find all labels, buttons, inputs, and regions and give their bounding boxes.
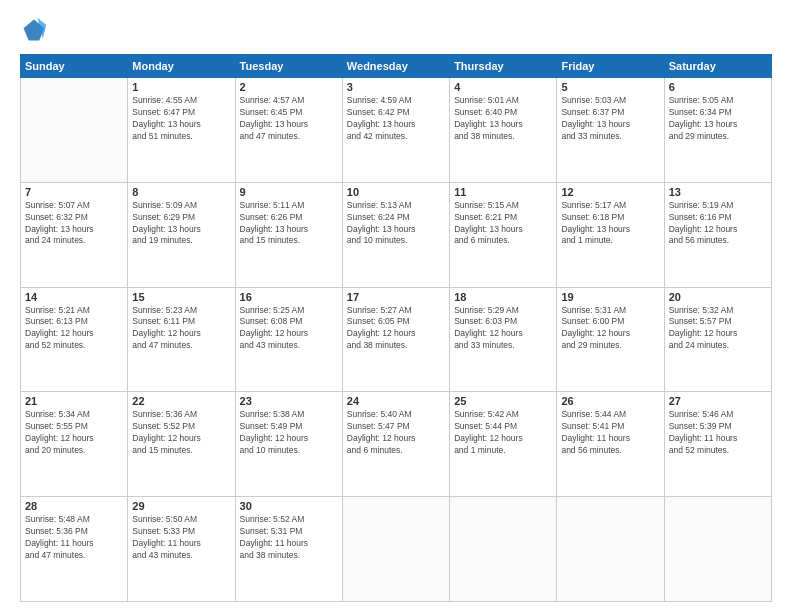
day-number: 11 bbox=[454, 186, 552, 198]
calendar-cell: 1Sunrise: 4:55 AM Sunset: 6:47 PM Daylig… bbox=[128, 78, 235, 183]
calendar-week-4: 21Sunrise: 5:34 AM Sunset: 5:55 PM Dayli… bbox=[21, 392, 772, 497]
day-info: Sunrise: 5:50 AM Sunset: 5:33 PM Dayligh… bbox=[132, 514, 230, 562]
calendar-cell: 2Sunrise: 4:57 AM Sunset: 6:45 PM Daylig… bbox=[235, 78, 342, 183]
day-info: Sunrise: 5:52 AM Sunset: 5:31 PM Dayligh… bbox=[240, 514, 338, 562]
calendar-cell: 22Sunrise: 5:36 AM Sunset: 5:52 PM Dayli… bbox=[128, 392, 235, 497]
day-number: 16 bbox=[240, 291, 338, 303]
calendar-cell: 24Sunrise: 5:40 AM Sunset: 5:47 PM Dayli… bbox=[342, 392, 449, 497]
day-info: Sunrise: 5:21 AM Sunset: 6:13 PM Dayligh… bbox=[25, 305, 123, 353]
calendar-cell: 21Sunrise: 5:34 AM Sunset: 5:55 PM Dayli… bbox=[21, 392, 128, 497]
day-info: Sunrise: 5:03 AM Sunset: 6:37 PM Dayligh… bbox=[561, 95, 659, 143]
day-number: 22 bbox=[132, 395, 230, 407]
day-number: 29 bbox=[132, 500, 230, 512]
day-info: Sunrise: 5:07 AM Sunset: 6:32 PM Dayligh… bbox=[25, 200, 123, 248]
calendar-cell: 11Sunrise: 5:15 AM Sunset: 6:21 PM Dayli… bbox=[450, 182, 557, 287]
day-number: 17 bbox=[347, 291, 445, 303]
calendar-cell: 18Sunrise: 5:29 AM Sunset: 6:03 PM Dayli… bbox=[450, 287, 557, 392]
calendar-cell: 29Sunrise: 5:50 AM Sunset: 5:33 PM Dayli… bbox=[128, 497, 235, 602]
day-number: 19 bbox=[561, 291, 659, 303]
day-number: 6 bbox=[669, 81, 767, 93]
calendar-cell bbox=[557, 497, 664, 602]
day-info: Sunrise: 5:23 AM Sunset: 6:11 PM Dayligh… bbox=[132, 305, 230, 353]
calendar-cell: 23Sunrise: 5:38 AM Sunset: 5:49 PM Dayli… bbox=[235, 392, 342, 497]
calendar-cell: 4Sunrise: 5:01 AM Sunset: 6:40 PM Daylig… bbox=[450, 78, 557, 183]
day-number: 2 bbox=[240, 81, 338, 93]
day-info: Sunrise: 4:59 AM Sunset: 6:42 PM Dayligh… bbox=[347, 95, 445, 143]
day-number: 7 bbox=[25, 186, 123, 198]
day-number: 26 bbox=[561, 395, 659, 407]
calendar-cell: 30Sunrise: 5:52 AM Sunset: 5:31 PM Dayli… bbox=[235, 497, 342, 602]
calendar-cell: 15Sunrise: 5:23 AM Sunset: 6:11 PM Dayli… bbox=[128, 287, 235, 392]
day-number: 18 bbox=[454, 291, 552, 303]
calendar-cell: 17Sunrise: 5:27 AM Sunset: 6:05 PM Dayli… bbox=[342, 287, 449, 392]
day-number: 13 bbox=[669, 186, 767, 198]
calendar-cell: 6Sunrise: 5:05 AM Sunset: 6:34 PM Daylig… bbox=[664, 78, 771, 183]
day-info: Sunrise: 5:17 AM Sunset: 6:18 PM Dayligh… bbox=[561, 200, 659, 248]
calendar-cell: 20Sunrise: 5:32 AM Sunset: 5:57 PM Dayli… bbox=[664, 287, 771, 392]
day-info: Sunrise: 5:38 AM Sunset: 5:49 PM Dayligh… bbox=[240, 409, 338, 457]
calendar-cell bbox=[664, 497, 771, 602]
calendar-cell: 13Sunrise: 5:19 AM Sunset: 6:16 PM Dayli… bbox=[664, 182, 771, 287]
calendar-cell: 28Sunrise: 5:48 AM Sunset: 5:36 PM Dayli… bbox=[21, 497, 128, 602]
day-number: 10 bbox=[347, 186, 445, 198]
day-number: 23 bbox=[240, 395, 338, 407]
day-number: 12 bbox=[561, 186, 659, 198]
calendar-cell: 9Sunrise: 5:11 AM Sunset: 6:26 PM Daylig… bbox=[235, 182, 342, 287]
day-number: 9 bbox=[240, 186, 338, 198]
calendar-week-1: 1Sunrise: 4:55 AM Sunset: 6:47 PM Daylig… bbox=[21, 78, 772, 183]
header-tuesday: Tuesday bbox=[235, 55, 342, 78]
day-number: 3 bbox=[347, 81, 445, 93]
calendar-cell: 25Sunrise: 5:42 AM Sunset: 5:44 PM Dayli… bbox=[450, 392, 557, 497]
weekday-header-row: Sunday Monday Tuesday Wednesday Thursday… bbox=[21, 55, 772, 78]
day-info: Sunrise: 5:36 AM Sunset: 5:52 PM Dayligh… bbox=[132, 409, 230, 457]
logo-icon bbox=[20, 16, 48, 44]
day-info: Sunrise: 5:42 AM Sunset: 5:44 PM Dayligh… bbox=[454, 409, 552, 457]
header-monday: Monday bbox=[128, 55, 235, 78]
day-info: Sunrise: 5:13 AM Sunset: 6:24 PM Dayligh… bbox=[347, 200, 445, 248]
calendar-cell: 8Sunrise: 5:09 AM Sunset: 6:29 PM Daylig… bbox=[128, 182, 235, 287]
day-info: Sunrise: 4:57 AM Sunset: 6:45 PM Dayligh… bbox=[240, 95, 338, 143]
day-number: 14 bbox=[25, 291, 123, 303]
day-number: 24 bbox=[347, 395, 445, 407]
day-info: Sunrise: 5:48 AM Sunset: 5:36 PM Dayligh… bbox=[25, 514, 123, 562]
day-info: Sunrise: 5:27 AM Sunset: 6:05 PM Dayligh… bbox=[347, 305, 445, 353]
calendar-cell bbox=[342, 497, 449, 602]
calendar-cell: 12Sunrise: 5:17 AM Sunset: 6:18 PM Dayli… bbox=[557, 182, 664, 287]
calendar-cell: 7Sunrise: 5:07 AM Sunset: 6:32 PM Daylig… bbox=[21, 182, 128, 287]
calendar-cell: 16Sunrise: 5:25 AM Sunset: 6:08 PM Dayli… bbox=[235, 287, 342, 392]
day-number: 25 bbox=[454, 395, 552, 407]
calendar-cell: 5Sunrise: 5:03 AM Sunset: 6:37 PM Daylig… bbox=[557, 78, 664, 183]
calendar-week-2: 7Sunrise: 5:07 AM Sunset: 6:32 PM Daylig… bbox=[21, 182, 772, 287]
calendar-cell: 27Sunrise: 5:46 AM Sunset: 5:39 PM Dayli… bbox=[664, 392, 771, 497]
header-saturday: Saturday bbox=[664, 55, 771, 78]
day-info: Sunrise: 4:55 AM Sunset: 6:47 PM Dayligh… bbox=[132, 95, 230, 143]
calendar-cell bbox=[21, 78, 128, 183]
calendar-cell: 3Sunrise: 4:59 AM Sunset: 6:42 PM Daylig… bbox=[342, 78, 449, 183]
calendar-cell: 19Sunrise: 5:31 AM Sunset: 6:00 PM Dayli… bbox=[557, 287, 664, 392]
logo bbox=[20, 16, 52, 44]
day-info: Sunrise: 5:34 AM Sunset: 5:55 PM Dayligh… bbox=[25, 409, 123, 457]
day-info: Sunrise: 5:44 AM Sunset: 5:41 PM Dayligh… bbox=[561, 409, 659, 457]
day-number: 8 bbox=[132, 186, 230, 198]
day-info: Sunrise: 5:01 AM Sunset: 6:40 PM Dayligh… bbox=[454, 95, 552, 143]
calendar-week-5: 28Sunrise: 5:48 AM Sunset: 5:36 PM Dayli… bbox=[21, 497, 772, 602]
day-number: 21 bbox=[25, 395, 123, 407]
day-number: 5 bbox=[561, 81, 659, 93]
day-info: Sunrise: 5:46 AM Sunset: 5:39 PM Dayligh… bbox=[669, 409, 767, 457]
day-info: Sunrise: 5:09 AM Sunset: 6:29 PM Dayligh… bbox=[132, 200, 230, 248]
day-number: 4 bbox=[454, 81, 552, 93]
day-info: Sunrise: 5:40 AM Sunset: 5:47 PM Dayligh… bbox=[347, 409, 445, 457]
day-info: Sunrise: 5:29 AM Sunset: 6:03 PM Dayligh… bbox=[454, 305, 552, 353]
calendar-cell: 14Sunrise: 5:21 AM Sunset: 6:13 PM Dayli… bbox=[21, 287, 128, 392]
header-thursday: Thursday bbox=[450, 55, 557, 78]
day-info: Sunrise: 5:19 AM Sunset: 6:16 PM Dayligh… bbox=[669, 200, 767, 248]
header-wednesday: Wednesday bbox=[342, 55, 449, 78]
calendar-cell: 26Sunrise: 5:44 AM Sunset: 5:41 PM Dayli… bbox=[557, 392, 664, 497]
calendar-cell: 10Sunrise: 5:13 AM Sunset: 6:24 PM Dayli… bbox=[342, 182, 449, 287]
header-sunday: Sunday bbox=[21, 55, 128, 78]
day-info: Sunrise: 5:25 AM Sunset: 6:08 PM Dayligh… bbox=[240, 305, 338, 353]
day-number: 15 bbox=[132, 291, 230, 303]
header bbox=[20, 16, 772, 44]
day-info: Sunrise: 5:15 AM Sunset: 6:21 PM Dayligh… bbox=[454, 200, 552, 248]
day-number: 20 bbox=[669, 291, 767, 303]
